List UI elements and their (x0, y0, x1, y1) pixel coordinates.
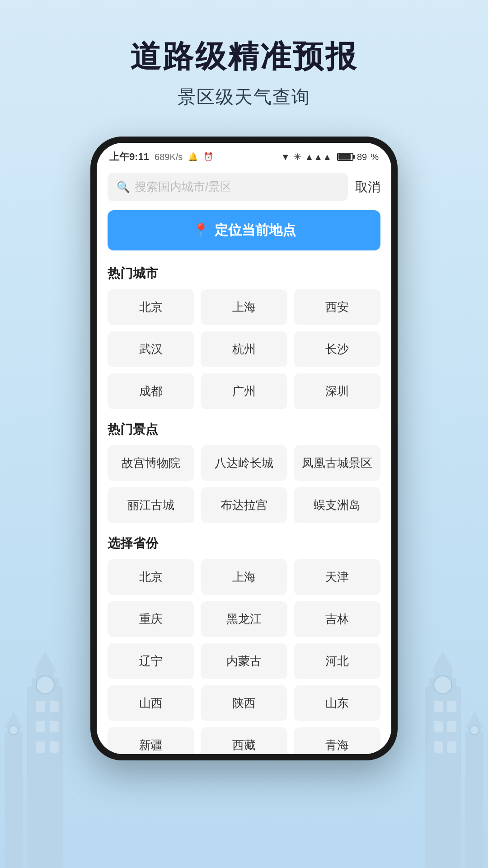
city-item[interactable]: 陕西 (201, 685, 287, 721)
city-item[interactable]: 八达岭长城 (201, 445, 287, 481)
battery-icon (337, 153, 353, 161)
city-item[interactable]: 广州 (201, 373, 287, 409)
city-item[interactable]: 北京 (108, 289, 194, 325)
city-item[interactable]: 西藏 (201, 727, 287, 754)
city-item[interactable]: 山西 (108, 685, 194, 721)
hot-cities-title: 热门城市 (108, 258, 380, 289)
city-item[interactable]: 吉林 (294, 601, 380, 637)
sub-title: 景区级天气查询 (0, 85, 488, 109)
city-item[interactable]: 青海 (294, 727, 380, 754)
location-button[interactable]: 📍 定位当前地点 (108, 210, 380, 250)
city-item[interactable]: 内蒙古 (201, 643, 287, 679)
city-item[interactable]: 长沙 (294, 331, 380, 367)
status-bar: 上午9:11 689K/s 🔔 ⏰ ▼ ✳ ▲▲▲ 89 % (97, 143, 391, 167)
city-item[interactable]: 重庆 (108, 601, 194, 637)
search-icon: 🔍 (117, 181, 130, 193)
phone-screen: 上午9:11 689K/s 🔔 ⏰ ▼ ✳ ▲▲▲ 89 % (97, 143, 391, 754)
hot-cities-grid: 北京上海西安武汉杭州长沙成都广州深圳 (108, 289, 380, 409)
signal-icon: ▲▲▲ (305, 152, 332, 162)
city-item[interactable]: 蜈支洲岛 (294, 487, 380, 523)
wifi-icon: ▼ (281, 152, 290, 162)
city-item[interactable]: 丽江古城 (108, 487, 194, 523)
search-bar[interactable]: 🔍 搜索国内城市/景区 (108, 173, 348, 201)
city-item[interactable]: 新疆 (108, 727, 194, 754)
provinces-grid: 北京上海天津重庆黑龙江吉林辽宁内蒙古河北山西陕西山东新疆西藏青海 (108, 559, 380, 754)
city-item[interactable]: 武汉 (108, 331, 194, 367)
city-item[interactable]: 黑龙江 (201, 601, 287, 637)
cancel-button[interactable]: 取消 (355, 179, 380, 196)
bluetooth-icon: ✳ (294, 151, 301, 162)
city-item[interactable]: 西安 (294, 289, 380, 325)
hot-spots-grid: 故宫博物院八达岭长城凤凰古城景区丽江古城布达拉宫蜈支洲岛 (108, 445, 380, 523)
city-item[interactable]: 上海 (201, 559, 287, 595)
location-pin-icon: 📍 (192, 222, 209, 238)
alarm-icon: 🔔 (188, 152, 198, 162)
main-title: 道路级精准预报 (0, 36, 488, 77)
percent-sign: % (371, 152, 379, 162)
header-section: 道路级精准预报 景区级天气查询 (0, 0, 488, 109)
search-placeholder: 搜索国内城市/景区 (135, 179, 339, 195)
city-item[interactable]: 山东 (294, 685, 380, 721)
city-item[interactable]: 成都 (108, 373, 194, 409)
city-item[interactable]: 辽宁 (108, 643, 194, 679)
city-item[interactable]: 布达拉宫 (201, 487, 287, 523)
search-area: 🔍 搜索国内城市/景区 取消 (97, 167, 391, 201)
phone-container: 上午9:11 689K/s 🔔 ⏰ ▼ ✳ ▲▲▲ 89 % (0, 137, 488, 760)
phone-frame: 上午9:11 689K/s 🔔 ⏰ ▼ ✳ ▲▲▲ 89 % (90, 137, 398, 760)
status-icons: ▼ ✳ ▲▲▲ 89 % (281, 151, 379, 162)
city-item[interactable]: 河北 (294, 643, 380, 679)
status-time: 上午9:11 (109, 150, 149, 164)
city-item[interactable]: 天津 (294, 559, 380, 595)
city-item[interactable]: 北京 (108, 559, 194, 595)
city-item[interactable]: 深圳 (294, 373, 380, 409)
clock-icon: ⏰ (203, 152, 213, 162)
battery-percent: 89 (357, 152, 367, 162)
city-item[interactable]: 杭州 (201, 331, 287, 367)
scroll-content[interactable]: 热门城市 北京上海西安武汉杭州长沙成都广州深圳 热门景点 故宫博物院八达岭长城凤… (97, 258, 391, 754)
city-item[interactable]: 凤凰古城景区 (294, 445, 380, 481)
status-data: 689K/s (155, 152, 183, 162)
provinces-title: 选择省份 (108, 528, 380, 559)
hot-spots-title: 热门景点 (108, 414, 380, 445)
city-item[interactable]: 上海 (201, 289, 287, 325)
city-item[interactable]: 故宫博物院 (108, 445, 194, 481)
location-text: 定位当前地点 (215, 221, 296, 240)
